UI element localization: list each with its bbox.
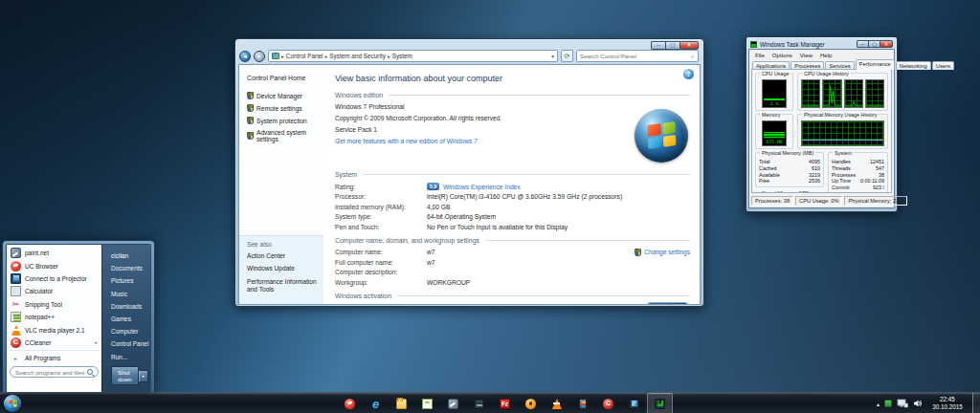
back-button[interactable]: ◄ <box>239 51 251 62</box>
menu-help[interactable]: Help <box>816 51 836 59</box>
start-item-snipping-tool[interactable]: ✂ Snipping Tool <box>7 298 101 311</box>
windows-experience-index-link[interactable]: Windows Experience Index <box>443 184 521 190</box>
processor-value: Intel(R) Core(TM) i3-4160 CPU @ 3.60GHz … <box>427 193 622 200</box>
see-also-windows-update[interactable]: Windows Update <box>247 265 320 272</box>
start-item-ccleaner[interactable]: C CCleaner ▸ <box>7 337 101 349</box>
start-item-calculator[interactable]: Calculator <box>7 285 101 297</box>
tray-app-icon[interactable] <box>884 400 892 407</box>
shut-down-options-arrow[interactable]: ▸ <box>139 370 148 382</box>
tab-performance[interactable]: Performance <box>856 59 895 70</box>
windows-logo <box>635 109 688 163</box>
see-also-panel: See also Action Center Windows Update Pe… <box>239 235 323 304</box>
start-item-notepad-plus-plus[interactable]: notepad++ <box>7 311 101 323</box>
status-physical-memory: Physical Memory: 21% <box>844 196 907 206</box>
maximize-button[interactable]: ▢ <box>868 40 880 48</box>
system-properties-window: – ▢ ✕ ◄ ► ▸ Control Panel ▸ System and S… <box>234 38 704 307</box>
taskbar-paint-net[interactable] <box>440 393 466 413</box>
tab-networking[interactable]: Networking <box>896 61 931 70</box>
start-item-downloads[interactable]: Downloads <box>111 300 151 313</box>
sidebar-item-control-panel-home[interactable]: Control Panel Home <box>247 75 323 81</box>
taskbar-internet-explorer[interactable]: e <box>363 393 389 413</box>
taskbar-vlc[interactable] <box>544 393 569 413</box>
menu-file[interactable]: File <box>751 51 768 59</box>
forward-button[interactable]: ► <box>254 51 265 62</box>
taskbar-uc-browser[interactable] <box>337 393 363 413</box>
search-input[interactable] <box>580 53 691 59</box>
start-item-paint-net[interactable]: paint.net <box>7 247 101 259</box>
taskbar-pinned-icons: e Fz C <box>337 393 673 413</box>
maximize-button[interactable]: ▢ <box>665 41 679 50</box>
sidebar-item-system-protection[interactable]: System protection <box>247 117 323 124</box>
system-type-value: 64-bit Operating System <box>427 213 496 220</box>
address-dropdown-icon[interactable]: ▾ <box>551 54 554 59</box>
breadcrumb-item-system-security[interactable]: System and Security <box>329 53 386 59</box>
breadcrumb[interactable]: ▸ Control Panel ▸ System and Security ▸ … <box>268 50 558 62</box>
start-item-connect-projector[interactable]: Connect to a Projector <box>7 272 101 285</box>
all-programs[interactable]: ▸ All Programs <box>7 352 101 364</box>
start-item-run[interactable]: Run... <box>111 351 151 363</box>
cpu-history-graph-3 <box>844 79 863 108</box>
taskbar-pc-tower[interactable] <box>569 393 595 413</box>
uc-browser-icon <box>11 261 21 272</box>
start-item-music[interactable]: Music <box>111 288 151 300</box>
start-item-control-panel[interactable]: Control Panel <box>111 337 151 350</box>
network-icon[interactable] <box>897 399 908 408</box>
taskbar-task-manager[interactable] <box>647 393 673 413</box>
breadcrumb-item-control-panel[interactable]: Control Panel <box>286 53 323 59</box>
start-item-computer[interactable]: Computer <box>111 325 151 337</box>
breadcrumb-item-system[interactable]: System <box>392 53 412 59</box>
taskbar-windows-explorer[interactable] <box>389 393 414 413</box>
start-search-input[interactable] <box>15 369 84 376</box>
start-item-pictures[interactable]: Pictures <box>111 274 151 287</box>
start-item-vlc[interactable]: VLC media player 2.1 <box>7 323 101 336</box>
taskbar-ccleaner[interactable]: C <box>595 393 621 413</box>
show-desktop-button[interactable] <box>972 393 980 413</box>
start-item-uc-browser[interactable]: UC Browser <box>7 259 101 272</box>
close-button[interactable]: ✕ <box>679 41 699 50</box>
sidebar-item-remote-settings[interactable]: Remote settings <box>247 104 323 112</box>
sidebar-item-advanced-system-settings[interactable]: Advanced system settings <box>247 129 323 142</box>
start-item-games[interactable]: Games <box>111 313 151 325</box>
ccleaner-icon: C <box>603 399 613 409</box>
cpu-usage-label: CPU Usage <box>760 71 791 76</box>
start-button[interactable] <box>4 395 21 412</box>
tab-users[interactable]: Users <box>932 61 954 70</box>
task-manager-menubar: File Options View Help <box>749 50 894 59</box>
system-tray: ▴ 22:45 30.10.2015 <box>877 393 980 413</box>
upgrade-windows-link[interactable]: Get more features with a new edition of … <box>335 138 478 144</box>
minimize-button[interactable]: – <box>857 40 868 48</box>
speaker-icon[interactable] <box>913 399 923 408</box>
system-stats-group: System Handles12451 Threads547 Processes… <box>828 152 888 193</box>
refresh-button[interactable]: ⟳ <box>561 50 573 62</box>
minimize-button[interactable]: – <box>651 41 665 50</box>
vlc-icon <box>552 399 562 409</box>
taskbar-notepad-plus-plus[interactable] <box>414 393 440 413</box>
see-also-action-center[interactable]: Action Center <box>247 252 320 260</box>
taskbar-orange-app[interactable] <box>518 393 544 413</box>
wei-score-badge[interactable]: 5,9 <box>427 183 439 190</box>
menu-options[interactable]: Options <box>768 51 796 59</box>
close-button[interactable]: ✕ <box>880 40 893 48</box>
taskbar-clock[interactable]: 22:45 30.10.2015 <box>927 396 968 411</box>
start-user-name[interactable]: cicilan <box>111 250 151 262</box>
shut-down-button[interactable]: Shut down <box>111 366 139 385</box>
taskbar-console[interactable] <box>466 393 492 413</box>
menu-view[interactable]: View <box>796 51 816 59</box>
taskbar-filezilla[interactable]: Fz <box>492 393 518 413</box>
memory-gauge: 875 MB <box>762 120 787 146</box>
see-also-performance-tools[interactable]: Performance Information and Tools <box>247 278 320 293</box>
help-icon[interactable]: ? <box>683 69 694 79</box>
uac-shield-icon <box>247 117 254 124</box>
kernel-memory-label: Kernel Memory (MB) <box>760 190 812 193</box>
workgroup-value: WORKGROUP <box>427 279 470 286</box>
genuine-microsoft-badge[interactable]: ask for genuine Microsoft software ✦ <box>647 302 688 304</box>
show-hidden-icons-button[interactable]: ▴ <box>877 401 880 407</box>
taskbar-photo-viewer[interactable] <box>621 393 647 413</box>
windows-copyright: Copyright © 2009 Microsoft Corporation. … <box>335 115 690 121</box>
start-item-documents[interactable]: Documents <box>111 262 151 274</box>
system-stats-label: System <box>833 150 854 156</box>
change-settings-link[interactable]: Change settings <box>644 249 690 255</box>
internet-explorer-icon: e <box>369 399 382 409</box>
memory-history-graph <box>801 120 884 146</box>
sidebar-item-device-manager[interactable]: Device Manager <box>247 92 323 99</box>
